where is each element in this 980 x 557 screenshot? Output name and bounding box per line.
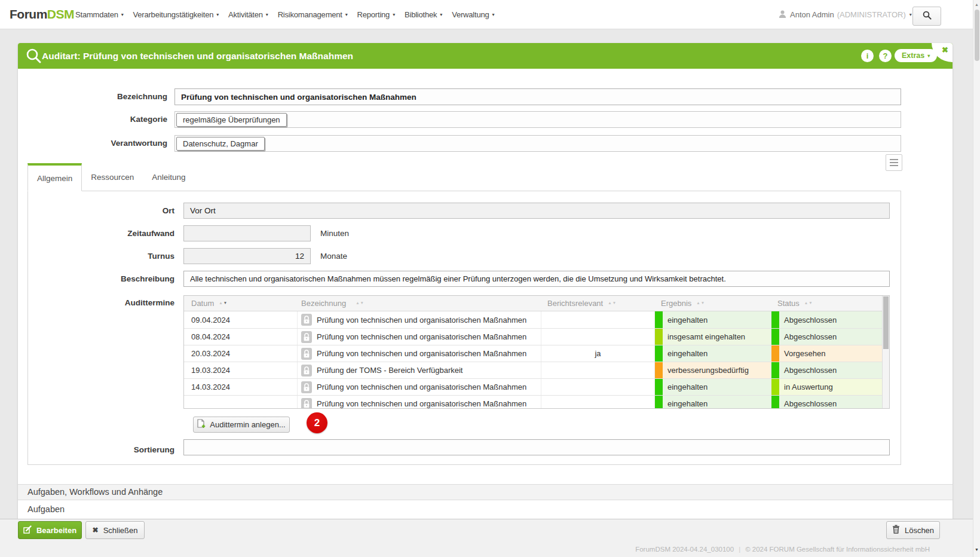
table-row[interactable]: 14.03.2024Prüfung von technischen und or… <box>184 378 889 395</box>
audittermin-anlegen-button[interactable]: Audittermin anlegen... <box>193 417 290 433</box>
cell-berichtsrelevant <box>541 329 655 345</box>
help-icon[interactable]: ? <box>879 50 892 62</box>
bezeichnung-input[interactable] <box>174 88 901 105</box>
app-window: ForumDSM Stammdaten▾Verarbeitungstätigke… <box>0 0 980 557</box>
lock-icon <box>301 398 312 409</box>
user-role: (ADMINISTRATOR) <box>837 10 906 19</box>
ergebnis-color-bar <box>655 329 663 345</box>
column-header-datum[interactable]: Datum▲▼ <box>184 296 298 311</box>
list-icon[interactable] <box>886 154 902 171</box>
cell-datum: 19.03.2024 <box>184 362 298 378</box>
close-x-icon: ✖ <box>93 526 99 534</box>
status-text: Abgeschlossen <box>779 332 837 341</box>
search-button[interactable] <box>912 7 941 26</box>
menu-item-verwaltung[interactable]: Verwaltung▾ <box>452 10 494 19</box>
verantwortung-chip[interactable]: Datenschutz, Dagmar <box>176 137 265 151</box>
step-badge: 2 <box>307 412 327 433</box>
aufgaben-label: Aufgaben <box>27 504 65 514</box>
cell-bezeichnung: Prüfung von technischen und organisatori… <box>298 345 541 362</box>
menu-item-reporting[interactable]: Reporting▾ <box>357 10 395 19</box>
cell-ergebnis: verbesserungsbedürftig <box>655 362 771 378</box>
table-row[interactable]: 08.04.2024Prüfung von technischen und or… <box>184 328 889 345</box>
menu-item-label: Stammdaten <box>75 10 118 19</box>
section-aufgaben-workflows[interactable]: Aufgaben, Workflows und Anhänge <box>18 484 953 500</box>
menu-item-bibliothek[interactable]: Bibliothek▾ <box>405 10 442 19</box>
ergebnis-color-bar <box>655 362 663 378</box>
table-row[interactable]: Prüfung von technischen und organisatori… <box>184 395 889 409</box>
column-header-bezeichnung[interactable]: Bezeichnung▲▼ <box>298 296 541 311</box>
column-label: Berichtsrelevant <box>547 299 603 308</box>
chevron-down-icon: ▾ <box>216 12 219 17</box>
cell-berichtsrelevant: ja <box>541 345 655 362</box>
kategorie-chip[interactable]: regelmäßige Überprüfungen <box>176 113 287 127</box>
user-menu[interactable]: Anton Admin (ADMINISTRATOR) ▾ <box>779 0 912 29</box>
scroll-down-icon[interactable]: ▼ <box>973 547 980 552</box>
bezeichnung-label: Bezeichnung <box>18 92 167 101</box>
lock-icon <box>301 331 312 343</box>
scrollbar-thumb[interactable] <box>975 10 979 61</box>
kategorie-field[interactable]: regelmäßige Überprüfungen <box>174 111 901 128</box>
menu-item-risikomanagement[interactable]: Risikomanagement▾ <box>278 10 348 19</box>
table-scrollbar[interactable] <box>882 296 889 408</box>
user-icon <box>779 10 786 19</box>
ort-input[interactable] <box>183 203 890 219</box>
beschreibung-input[interactable] <box>183 271 890 287</box>
ergebnis-text: verbesserungsbedürftig <box>663 366 749 375</box>
bezeichnung-text: Prüfung von technischen und organisatori… <box>317 349 526 358</box>
cell-status: Abgeschlossen <box>771 311 883 328</box>
menu-item-label: Bibliothek <box>405 10 437 19</box>
schliessen-button[interactable]: ✖ Schließen <box>85 521 145 539</box>
column-header-status[interactable]: Status▲▼ <box>771 296 883 311</box>
tab-allgemein[interactable]: Allgemein <box>27 163 82 191</box>
close-icon: ✖ <box>942 45 948 54</box>
kategorie-label: Kategorie <box>18 115 167 124</box>
scrollbar-thumb[interactable] <box>883 296 889 349</box>
chevron-down-icon: ▾ <box>492 12 495 17</box>
sortierung-input[interactable] <box>183 439 890 455</box>
turnus-input[interactable] <box>183 248 311 264</box>
column-header-ergebnis[interactable]: Ergebnis▲▼ <box>655 296 771 311</box>
window-scrollbar[interactable]: ▲ ▼ <box>973 0 980 557</box>
action-bar: Bearbeiten ✖ Schließen Löschen ForumDSM … <box>0 519 980 557</box>
loeschen-label: Löschen <box>905 526 934 535</box>
ergebnis-text: insgesamt eingehalten <box>663 332 745 341</box>
cell-berichtsrelevant <box>541 362 655 378</box>
tab-bar: AllgemeinRessourcenAnleitung <box>27 163 901 191</box>
main-menu: Stammdaten▾Verarbeitungstätigkeiten▾Akti… <box>75 0 494 29</box>
loeschen-button[interactable]: Löschen <box>886 521 940 539</box>
ergebnis-color-bar <box>655 345 663 362</box>
menu-item-aktivitäten[interactable]: Aktivitäten▾ <box>228 10 268 19</box>
zeitaufwand-label: Zeitaufwand <box>18 229 174 238</box>
chevron-down-icon: ▾ <box>345 12 348 17</box>
app-logo[interactable]: ForumDSM <box>10 0 74 29</box>
logo-suffix: DSM <box>47 7 74 21</box>
bezeichnung-text: Prüfung der TOMS - Bereich Verfügbarkeit <box>317 366 463 375</box>
extras-button[interactable]: Extras ▾ <box>895 49 937 62</box>
status-text: in Auswertung <box>779 382 833 391</box>
scroll-up-icon[interactable]: ▲ <box>973 2 980 7</box>
tab-anleitung[interactable]: Anleitung <box>143 163 194 191</box>
cell-ergebnis: eingehalten <box>655 379 771 395</box>
panel-header: Auditart: Prüfung von technischen und or… <box>18 43 953 69</box>
menu-item-verarbeitungstätigkeiten[interactable]: Verarbeitungstätigkeiten▾ <box>133 10 219 19</box>
auditart-panel: Auditart: Prüfung von technischen und or… <box>18 43 953 519</box>
cell-datum: 09.04.2024 <box>184 311 298 328</box>
ergebnis-text: eingehalten <box>663 349 708 358</box>
zeitaufwand-input[interactable] <box>183 225 311 241</box>
beschreibung-label: Beschreibung <box>18 274 174 283</box>
verantwortung-field[interactable]: Datenschutz, Dagmar <box>174 135 901 152</box>
table-row[interactable]: 19.03.2024Prüfung der TOMS - Bereich Ver… <box>184 362 889 378</box>
cell-status: Vorgesehen <box>771 345 883 362</box>
tab-ressourcen[interactable]: Ressourcen <box>82 163 143 191</box>
info-icon[interactable]: i <box>861 50 874 62</box>
menu-item-stammdaten[interactable]: Stammdaten▾ <box>75 10 124 19</box>
panel-title: Auditart: Prüfung von technischen und or… <box>42 43 353 69</box>
column-header-berichtsrelevant[interactable]: Berichtsrelevant▲▼ <box>541 296 655 311</box>
ergebnis-text: eingehalten <box>663 399 708 408</box>
table-row[interactable]: 09.04.2024Prüfung von technischen und or… <box>184 311 889 328</box>
bearbeiten-button[interactable]: Bearbeiten <box>18 521 82 539</box>
status-color-bar <box>771 362 779 378</box>
zeitaufwand-unit: Minuten <box>320 229 349 238</box>
cell-berichtsrelevant <box>541 379 655 395</box>
table-row[interactable]: 20.03.2024Prüfung von technischen und or… <box>184 345 889 362</box>
